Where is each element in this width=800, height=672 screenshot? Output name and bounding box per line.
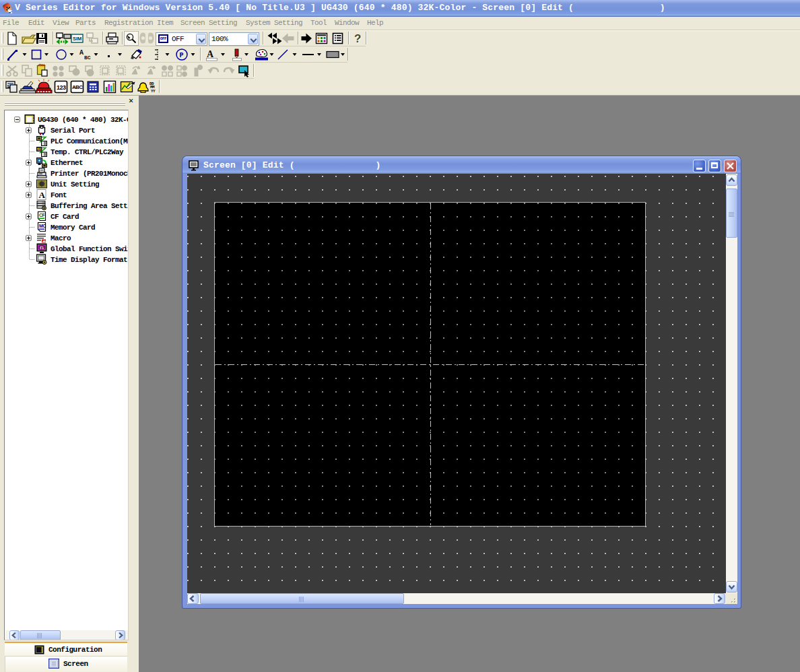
- svg-text:123: 123: [57, 84, 66, 91]
- svg-text:YY: YY: [151, 89, 156, 94]
- svg-text:SIM: SIM: [73, 36, 81, 42]
- svg-text:A: A: [207, 49, 214, 59]
- svg-text:MC: MC: [39, 224, 46, 228]
- svg-text:CF: CF: [39, 213, 45, 217]
- svg-text:A: A: [79, 49, 84, 57]
- svg-text:ABC: ABC: [72, 84, 83, 90]
- svg-text:?: ?: [354, 32, 361, 45]
- svg-text:A: A: [39, 190, 46, 200]
- svg-text:P: P: [180, 52, 184, 59]
- svg-text:BC: BC: [84, 55, 91, 61]
